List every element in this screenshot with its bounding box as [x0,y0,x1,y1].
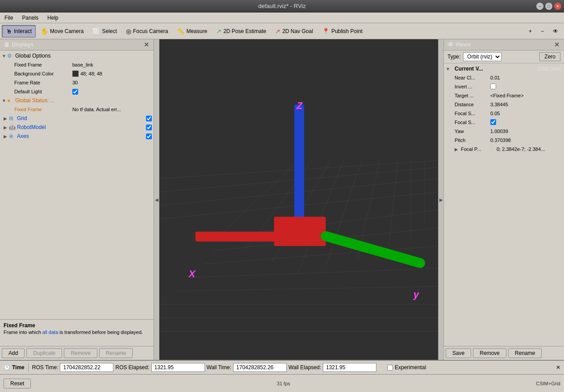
toolbar: 🖱 Interact ✋ Move Camera ⬜ Select ◎ Focu… [0,23,564,39]
frame-rate-row[interactable]: Frame Rate 30 [0,78,154,87]
svg-line-5 [326,161,362,267]
focal-s2-checkbox[interactable] [490,119,496,125]
toolbar-camera-icon[interactable]: 👁 [549,25,562,38]
invert-value[interactable] [490,83,496,90]
right-collapse[interactable]: ▶ [438,39,443,360]
yaw-row[interactable]: Yaw 1.00039 [444,127,564,136]
add-button[interactable]: Add [2,348,25,358]
fixed-frame-row[interactable]: Fixed Frame base_link [0,60,154,69]
displays-tree: ▼ ⚙ Global Options Fixed Frame base_link… [0,50,154,319]
svg-text:y: y [413,289,420,300]
remove-button[interactable]: Remove [64,348,97,358]
default-light-row[interactable]: Default Light [0,87,154,96]
ros-elapsed-section: ROS Elapsed: 1321.95 [115,363,205,372]
left-collapse[interactable]: ◀ [154,39,159,360]
close-button[interactable]: ✕ [554,3,561,10]
plus-icon: + [529,28,532,34]
maximize-button[interactable]: □ [545,3,552,10]
global-status-label: Global Status: ... [15,97,152,104]
views-rename-button[interactable]: Rename [508,348,542,358]
wall-elapsed-section: Wall Elapsed: 1321.95 [288,363,376,372]
menu-panels[interactable]: Panels [17,13,43,23]
near-clip-value: 0.01 [490,75,500,80]
pitch-row[interactable]: Pitch 0.370398 [444,136,564,145]
views-panel: 👁 Views ✕ Type: Orbit (rviz) Zero ▼ Curr… [443,39,564,360]
target-row[interactable]: Target ... <Fixed Frame> [444,91,564,100]
focal-s1-row[interactable]: Focal S... 0.05 [444,109,564,118]
views-type-row: Type: Orbit (rviz) Zero [444,50,564,63]
svg-line-4 [299,161,344,271]
near-clip-row[interactable]: Near Cl... 0.01 [444,73,564,82]
duplicate-button[interactable]: Duplicate [26,348,62,358]
displays-icon: 🖥 [4,41,10,48]
ros-elapsed-label: ROS Elapsed: [115,364,149,371]
time-close[interactable]: ✕ [556,364,560,371]
toolbar-interact[interactable]: 🖱 Interact [2,25,36,38]
focal-s2-row[interactable]: Focal S... [444,118,564,127]
toolbar-2d-nav[interactable]: ↗ 2D Nav Goal [271,25,317,38]
window-controls: – □ ✕ [536,3,561,10]
reset-button[interactable]: Reset [4,379,31,388]
titlebar: default.rviz* - RViz – □ ✕ [0,0,564,13]
yaw-label: Yaw [455,129,490,134]
toolbar-select[interactable]: ⬜ Select [88,25,121,38]
views-title: Views [455,42,471,48]
displays-close[interactable]: ✕ [143,41,150,48]
toolbar-focus-camera[interactable]: ◎ Focus Camera [122,25,172,38]
views-close[interactable]: ✕ [553,41,560,48]
3d-viewport[interactable]: X y Z [159,39,438,360]
menu-file[interactable]: File [0,13,17,23]
title-text: default.rviz* - RViz [258,3,305,9]
robotmodel-checkbox[interactable] [146,125,152,130]
views-remove-button[interactable]: Remove [473,348,506,358]
robotmodel-arrow: ▶ [4,125,9,130]
interact-icon: 🖱 [6,28,12,35]
wall-time-section: Wall Time: 1704282852.26 [207,363,287,372]
distance-row[interactable]: Distance 3.38445 [444,100,564,109]
toolbar-move-camera[interactable]: ✋ Move Camera [37,25,88,38]
views-save-button[interactable]: Save [446,348,471,358]
toolbar-publish-point[interactable]: 📍 Publish Point [318,25,367,38]
pitch-label: Pitch [455,138,490,143]
svg-line-19 [159,179,438,205]
fps-display: 31 fps [277,381,290,386]
2d-nav-icon: ↗ [275,28,280,35]
grid-item[interactable]: ▶ ⊞ Grid [0,114,154,123]
current-view-item[interactable]: ▼ Current V... Orbit (rviz) [444,64,564,73]
rename-button[interactable]: Rename [99,348,133,358]
toolbar-2d-pose[interactable]: ↗ 2D Pose Estimate [212,25,270,38]
fixed-frame-error-label: Fixed Frame [14,107,72,112]
invert-row[interactable]: Invert ... [444,82,564,91]
wall-time-label: Wall Time: [207,364,232,371]
default-light-value[interactable] [72,89,78,95]
toolbar-add-icon[interactable]: + [525,25,536,38]
default-light-checkbox[interactable] [72,89,78,95]
views-buttons: Save Remove Rename [444,346,564,360]
csim-label: CSIM+Grid [536,381,560,386]
grid-label: Grid [17,115,144,121]
fixed-frame-error-row[interactable]: Fixed Frame No tf data. Actual err... [0,105,154,114]
invert-checkbox[interactable] [490,83,496,89]
axes-checkbox[interactable] [146,133,152,139]
focal-s1-label: Focal S... [455,111,490,116]
experimental-label: Experimental [395,364,426,371]
experimental-checkbox[interactable] [387,365,393,371]
focal-p-row[interactable]: ▶ Focal P... 0; 2.3842e-7; -2.384... [444,145,564,154]
global-status-item[interactable]: ▼ ● Global Status: ... [0,96,154,105]
menu-help[interactable]: Help [43,13,63,23]
bg-color-row[interactable]: Background Color 48; 48; 48 [0,69,154,78]
focal-s2-value[interactable] [490,119,496,126]
toolbar-remove-icon[interactable]: − [537,25,548,38]
views-tree: ▼ Current V... Orbit (rviz) Near Cl... 0… [444,63,564,346]
minimize-button[interactable]: – [536,3,543,10]
views-type-select[interactable]: Orbit (rviz) [463,52,501,61]
toolbar-measure[interactable]: 📏 Measure [173,25,211,38]
robotmodel-item[interactable]: ▶ 🤖 RobotModel [0,123,154,132]
global-options-item[interactable]: ▼ ⚙ Global Options [0,51,154,60]
views-zero-btn[interactable]: Zero [539,52,560,61]
bottombar: Reset 31 fps CSIM+Grid [0,374,564,392]
svg-line-3 [272,161,330,262]
grid-checkbox[interactable] [146,116,152,121]
axes-item[interactable]: ▶ ⊕ Axes [0,132,154,141]
default-light-label: Default Light [14,89,72,94]
